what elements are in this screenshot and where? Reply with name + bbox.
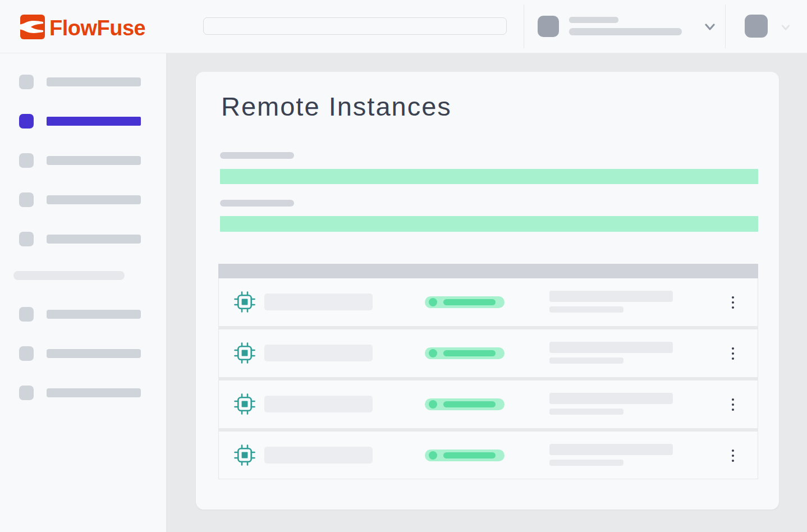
instance-name-skeleton	[264, 447, 373, 464]
kebab-menu-icon[interactable]	[726, 342, 740, 365]
chip-icon	[234, 444, 255, 466]
status-text-skeleton	[443, 401, 496, 407]
instance-name-skeleton	[264, 293, 373, 310]
status-dot	[429, 349, 437, 357]
instance-row[interactable]	[218, 278, 758, 326]
sidebar-item-3[interactable]	[19, 153, 166, 168]
table-body	[218, 278, 758, 479]
status-text-skeleton	[443, 452, 496, 458]
sidebar-item-6[interactable]	[19, 307, 166, 322]
field-value-highlight[interactable]	[220, 216, 758, 232]
search-input[interactable]	[203, 17, 507, 35]
user-avatar[interactable]	[745, 15, 768, 38]
team-subtitle-skeleton	[569, 28, 682, 35]
sidebar-item-label-skeleton	[47, 117, 141, 126]
sidebar-item-5[interactable]	[19, 232, 166, 246]
sidebar-item-icon	[19, 114, 34, 129]
instance-meta-skeleton	[549, 306, 623, 313]
status-dot	[429, 400, 437, 409]
sidebar-section-label	[13, 271, 125, 280]
header-divider	[725, 4, 726, 48]
sidebar-item-label-skeleton	[47, 156, 141, 165]
status-badge	[425, 347, 505, 359]
status-badge	[425, 398, 505, 410]
chip-icon	[234, 393, 255, 415]
instance-row[interactable]	[218, 329, 758, 377]
sidebar-nav	[0, 53, 167, 532]
status-dot	[429, 451, 437, 460]
instance-row[interactable]	[218, 432, 758, 479]
instance-meta-skeleton	[549, 393, 673, 404]
sidebar-item-label-skeleton	[47, 349, 141, 358]
instance-meta-skeleton	[549, 291, 673, 302]
status-text-skeleton	[443, 350, 496, 356]
sidebar-item-8[interactable]	[19, 386, 166, 400]
sidebar-item-icon	[19, 192, 34, 207]
kebab-menu-icon[interactable]	[726, 393, 740, 416]
field-label-skeleton	[220, 200, 294, 207]
instances-table	[218, 264, 758, 479]
sidebar-item-label-skeleton	[47, 235, 141, 244]
sidebar-item-icon	[19, 346, 34, 361]
instance-meta-skeleton	[549, 460, 623, 466]
instance-meta-skeleton	[549, 357, 623, 364]
chip-icon	[234, 342, 255, 364]
sidebar-item-icon	[19, 386, 34, 400]
chevron-down-icon[interactable]	[703, 20, 717, 34]
field-label-skeleton	[220, 152, 294, 159]
sidebar-item-icon	[19, 307, 34, 322]
sidebar-item-label-skeleton	[47, 310, 141, 319]
table-header-skeleton	[218, 264, 758, 278]
status-badge	[425, 450, 505, 461]
instance-meta-skeleton	[549, 342, 673, 353]
instance-meta-skeleton	[549, 409, 623, 415]
field-value-highlight[interactable]	[220, 169, 758, 184]
main-content: Remote Instances	[167, 53, 807, 532]
page-card: Remote Instances	[196, 72, 779, 510]
instance-row[interactable]	[218, 380, 758, 428]
flowfuse-logo-icon[interactable]	[20, 15, 45, 39]
kebab-menu-icon[interactable]	[726, 444, 740, 467]
sidebar-item-label-skeleton	[47, 77, 141, 86]
sidebar-item-1[interactable]	[19, 75, 166, 89]
page-title: Remote Instances	[221, 93, 452, 120]
instance-name-skeleton	[264, 396, 373, 412]
status-text-skeleton	[443, 299, 496, 305]
chip-icon	[234, 291, 255, 313]
status-badge	[425, 296, 505, 308]
team-avatar[interactable]	[538, 16, 559, 37]
sidebar-item-icon	[19, 232, 34, 246]
sidebar-item-label-skeleton	[47, 388, 141, 397]
kebab-menu-icon[interactable]	[726, 291, 740, 314]
app-header: FlowFuse	[0, 0, 807, 53]
sidebar-item-label-skeleton	[47, 195, 141, 204]
instance-meta-skeleton	[549, 444, 673, 455]
sidebar-item-icon	[19, 75, 34, 89]
sidebar-item-7[interactable]	[19, 346, 166, 361]
chevron-down-icon[interactable]	[780, 22, 791, 33]
header-divider	[524, 4, 524, 48]
brand-wordmark[interactable]: FlowFuse	[49, 16, 145, 40]
team-name-skeleton	[569, 17, 618, 23]
sidebar-item-4[interactable]	[19, 192, 166, 207]
sidebar-item-2[interactable]	[19, 114, 166, 129]
status-dot	[429, 298, 437, 306]
sidebar-item-icon	[19, 153, 34, 168]
instance-name-skeleton	[264, 345, 373, 361]
